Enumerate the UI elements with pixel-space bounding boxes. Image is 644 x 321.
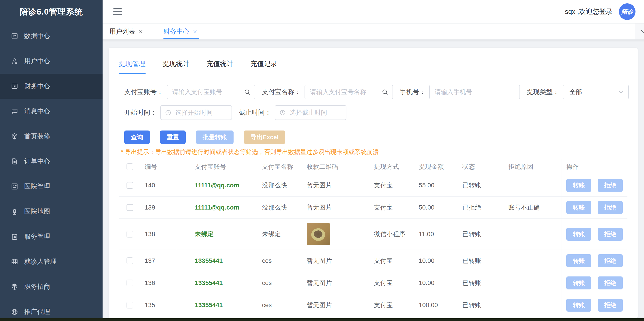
cell-qr-code: 暂无图片 [307, 272, 374, 294]
row-checkbox[interactable] [126, 280, 133, 286]
cell-withdraw-method: 微信小程序 [374, 219, 419, 250]
cell-alipay-account: 13355441 [177, 250, 262, 272]
row-select-cell [119, 174, 141, 196]
phone-input[interactable] [429, 84, 520, 100]
sidebar-item-finance-center[interactable]: 财务中心 [0, 74, 102, 99]
filter-row-2: 开始时间： 截止时间： [124, 105, 636, 120]
table-row: 13613355441ces暂无图片支付宝10.00已转账转账拒绝 [119, 272, 628, 294]
table-grid-icon [11, 258, 18, 266]
transfer-button[interactable]: 转账 [566, 254, 592, 267]
cell-qr-code: 暂无图片 [307, 294, 374, 316]
cell-reject-reason [508, 294, 562, 316]
cell-withdraw-method: 支付宝 [374, 272, 419, 294]
withdraw-table: 编号支付宝账号支付宝名称收款二维码提现方式提现金额状态拒绝原因操作 140111… [119, 159, 628, 316]
query-button[interactable]: 查询 [124, 130, 150, 144]
batch-transfer-button[interactable]: 批量转账 [196, 130, 234, 144]
select-all-checkbox[interactable] [126, 164, 133, 170]
cell-withdraw-amount: 55.00 [419, 174, 462, 196]
reject-button[interactable]: 拒绝 [598, 228, 623, 241]
filter-row-1: 支付宝账号： 支付宝名称： [124, 84, 636, 100]
sidebar-item-message-center[interactable]: 消息中心 [0, 99, 102, 124]
export-excel-button[interactable]: 导出Excel [244, 130, 285, 144]
alipay-name-label: 支付宝名称： [262, 88, 301, 96]
search-icon [381, 88, 388, 96]
column-header: 支付宝名称 [262, 159, 307, 174]
end-time-group: 截止时间： [239, 105, 346, 120]
column-header: 支付宝账号 [177, 159, 262, 174]
sidebar-item-hospital-management[interactable]: 医院管理 [0, 174, 102, 199]
hamburger-menu-icon[interactable] [113, 8, 122, 15]
cell-operations: 转账拒绝 [562, 272, 628, 294]
reject-button[interactable]: 拒绝 [598, 276, 623, 290]
cell-qr-code: 暂无图片 [307, 196, 374, 218]
cell-alipay-account: 13355441 [177, 272, 262, 294]
reject-button[interactable]: 拒绝 [598, 179, 623, 192]
welcome-text: sqx ,欢迎您登录 [565, 7, 613, 16]
tab-finance-center[interactable]: 财务中心 [164, 24, 198, 40]
reject-button[interactable]: 拒绝 [598, 298, 623, 312]
chevron-down-icon [618, 89, 624, 95]
cell-status: 已转账 [462, 294, 508, 316]
transfer-button[interactable]: 转账 [566, 201, 592, 214]
row-checkbox[interactable] [126, 204, 133, 211]
transfer-button[interactable]: 转账 [566, 276, 592, 290]
export-tip-text: * 导出提示：导出数据前请进行时间或者状态等筛选，否则导出数据量过多易出现卡顿或… [121, 148, 636, 156]
row-checkbox[interactable] [126, 182, 133, 189]
sidebar-item-job-investment[interactable]: 职务招商 [0, 274, 102, 299]
cell-status: 已拒绝 [462, 196, 508, 218]
qr-placeholder-text: 暂无图片 [307, 256, 332, 265]
sidebar-item-patient-management[interactable]: 就诊人管理 [0, 249, 102, 274]
end-time-label: 截止时间： [239, 108, 271, 117]
cell-withdraw-amount: 50.00 [419, 196, 462, 218]
reject-button[interactable]: 拒绝 [598, 201, 623, 214]
app-window: 陪诊6.0管理系统 数据中心用户中心财务中心消息中心首页装修订单中心医院管理医院… [0, 0, 644, 321]
sidebar-item-label: 订单中心 [24, 157, 50, 166]
content-tab-0[interactable]: 提现管理 [119, 57, 146, 74]
tab-close-icon[interactable] [138, 29, 143, 34]
cell-withdraw-amount: 11.00 [419, 219, 462, 250]
transfer-button[interactable]: 转账 [566, 179, 592, 192]
row-checkbox[interactable] [126, 258, 133, 264]
table-row: 13713355441ces暂无图片支付宝10.00已转账转账拒绝 [119, 250, 628, 272]
alipay-name-input[interactable] [304, 84, 393, 100]
avatar[interactable]: 陪诊 [619, 3, 636, 20]
receipt-image[interactable] [307, 223, 330, 245]
transfer-button[interactable]: 转账 [566, 228, 592, 241]
sidebar-item-label: 消息中心 [24, 107, 50, 116]
content-tab-2[interactable]: 充值统计 [206, 57, 233, 74]
sidebar-item-label: 用户中心 [24, 57, 50, 66]
row-select-cell [119, 294, 141, 316]
reject-button[interactable]: 拒绝 [598, 254, 623, 267]
sidebar-item-order-center[interactable]: 订单中心 [0, 149, 102, 174]
reset-button[interactable]: 重置 [160, 130, 186, 144]
alipay-account-input[interactable] [167, 84, 255, 100]
cell-alipay-account: 未绑定 [177, 219, 262, 250]
column-header: 状态 [462, 159, 508, 174]
content-tab-3[interactable]: 充值记录 [250, 57, 277, 74]
tabs-dropdown-button[interactable] [634, 24, 644, 40]
row-select-cell [119, 272, 141, 294]
row-checkbox[interactable] [126, 231, 133, 238]
cell-operations: 转账拒绝 [562, 250, 628, 272]
cell-withdraw-amount: 10.00 [419, 272, 462, 294]
content-tab-1[interactable]: 提现统计 [162, 57, 190, 74]
withdraw-type-select[interactable]: 全部 [563, 84, 629, 100]
sidebar: 陪诊6.0管理系统 数据中心用户中心财务中心消息中心首页装修订单中心医院管理医院… [0, 0, 102, 321]
column-header: 提现金额 [419, 159, 462, 174]
sidebar-item-data-center[interactable]: 数据中心 [0, 24, 102, 48]
sidebar-item-promotion-agent[interactable]: 推广代理 [0, 299, 102, 321]
column-header: 提现方式 [374, 159, 419, 174]
sidebar-item-home-decoration[interactable]: 首页装修 [0, 124, 102, 149]
sidebar-item-service-management[interactable]: 服务管理 [0, 224, 102, 249]
sidebar-item-user-center[interactable]: 用户中心 [0, 48, 102, 74]
tab-user-list[interactable]: 用户列表 [109, 24, 143, 40]
chat-bubble-icon [11, 108, 18, 115]
tab-close-icon[interactable] [192, 29, 198, 34]
clipboard-icon [11, 233, 18, 240]
search-icon [244, 88, 251, 96]
sidebar-item-hospital-map[interactable]: 医院地图 [0, 199, 102, 224]
cell-id: 137 [141, 250, 177, 272]
transfer-button[interactable]: 转账 [566, 298, 592, 312]
qr-placeholder-text: 暂无图片 [307, 301, 332, 309]
row-checkbox[interactable] [126, 302, 133, 308]
